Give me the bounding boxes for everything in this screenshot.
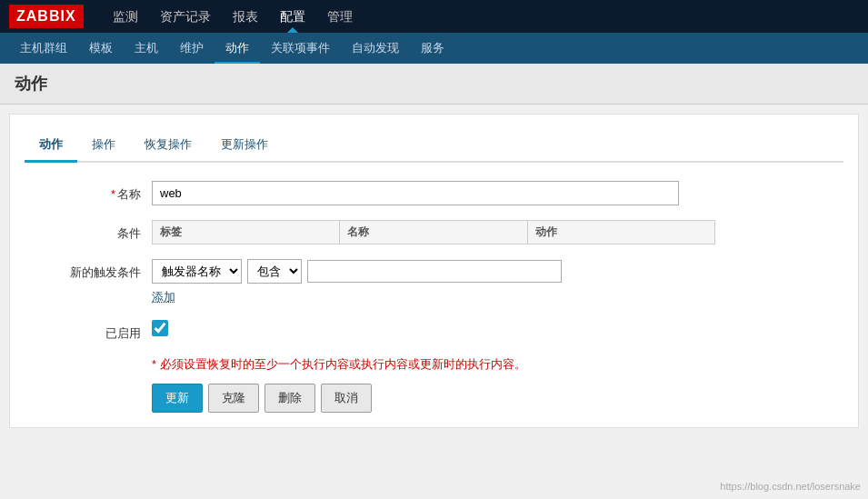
tab-recovery[interactable]: 恢复操作 [130, 129, 206, 161]
condition-control: 标签 名称 动作 [152, 220, 843, 245]
sec-nav-hostgroups[interactable]: 主机群组 [9, 33, 78, 64]
tab-action[interactable]: 动作 [25, 129, 77, 163]
trigger-value-input[interactable] [307, 260, 562, 283]
delete-button[interactable]: 删除 [264, 384, 315, 413]
nav-item-assets[interactable]: 资产记录 [149, 0, 222, 33]
content-area: 动作 操作 恢复操作 更新操作 *名称 条件 标签 名称 动作 [9, 114, 859, 428]
enabled-checkbox[interactable] [152, 320, 168, 336]
sec-nav: 主机群组 模板 主机 维护 动作 关联项事件 自动发现 服务 [0, 33, 868, 64]
new-condition-control: 触发器名称 包含 添加 [152, 259, 843, 305]
name-input[interactable] [152, 181, 679, 205]
contains-select[interactable]: 包含 [247, 259, 302, 284]
enabled-label: 已启用 [25, 320, 152, 342]
button-row: 更新 克隆 删除 取消 [152, 384, 843, 413]
add-link[interactable]: 添加 [152, 289, 175, 305]
col-action: 动作 [527, 221, 714, 245]
name-label: *名称 [25, 181, 152, 203]
sec-nav-services[interactable]: 服务 [410, 33, 455, 64]
condition-row: 条件 标签 名称 动作 [25, 220, 843, 245]
condition-label: 条件 [25, 220, 152, 242]
error-message: * 必须设置恢复时的至少一个执行内容或执行内容或更新时的执行内容。 [152, 356, 843, 373]
trigger-name-select[interactable]: 触发器名称 [152, 259, 242, 284]
name-control [152, 181, 843, 205]
tab-bar: 动作 操作 恢复操作 更新操作 [25, 129, 843, 163]
col-name: 名称 [340, 221, 527, 245]
trigger-row: 触发器名称 包含 [152, 259, 843, 284]
new-condition-label: 新的触发条件 [25, 259, 152, 281]
sec-nav-correlation[interactable]: 关联项事件 [260, 33, 341, 64]
enabled-row: 已启用 [25, 320, 843, 342]
sec-nav-hosts[interactable]: 主机 [124, 33, 169, 64]
tab-update[interactable]: 更新操作 [206, 129, 283, 161]
nav-item-admin[interactable]: 管理 [316, 0, 364, 33]
sec-nav-discovery[interactable]: 自动发现 [341, 33, 410, 64]
enabled-control [152, 320, 843, 339]
page-title: 动作 [0, 64, 868, 105]
sec-nav-actions[interactable]: 动作 [215, 33, 260, 64]
clone-button[interactable]: 克隆 [208, 384, 259, 413]
required-star: * [111, 187, 115, 201]
cancel-button[interactable]: 取消 [321, 384, 372, 413]
nav-item-monitor[interactable]: 监测 [102, 0, 149, 33]
name-row: *名称 [25, 181, 843, 205]
update-button[interactable]: 更新 [152, 384, 203, 413]
tab-operation[interactable]: 操作 [77, 129, 130, 161]
new-condition-row: 新的触发条件 触发器名称 包含 添加 [25, 259, 843, 305]
nav-item-reports[interactable]: 报表 [222, 0, 269, 33]
col-tag: 标签 [153, 221, 340, 245]
logo: ZABBIX [9, 5, 84, 28]
nav-item-config[interactable]: 配置 [269, 0, 316, 33]
condition-table: 标签 名称 动作 [152, 220, 715, 245]
top-nav: ZABBIX 监测 资产记录 报表 配置 管理 [0, 0, 868, 33]
sec-nav-templates[interactable]: 模板 [78, 33, 124, 64]
sec-nav-maintenance[interactable]: 维护 [169, 33, 215, 64]
